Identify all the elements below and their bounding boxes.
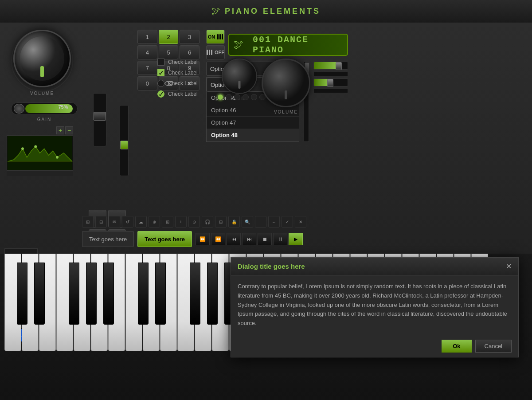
dialog-body: Contrary to popular belief, Lorem Ipsum … bbox=[231, 275, 518, 335]
dialog-footer: Ok Cancel bbox=[231, 335, 518, 357]
dialog-header: Dialog title goes here ✕ bbox=[231, 258, 518, 275]
dialog-title: Dialog title goes here bbox=[238, 263, 305, 270]
dialog-ok-button[interactable]: Ok bbox=[442, 340, 471, 353]
dialog-close-button[interactable]: ✕ bbox=[506, 262, 512, 271]
dialog: Dialog title goes here ✕ Contrary to pop… bbox=[231, 257, 519, 357]
dialog-cancel-button[interactable]: Cancel bbox=[475, 340, 512, 353]
dialog-overlay: Dialog title goes here ✕ Contrary to pop… bbox=[0, 0, 532, 400]
